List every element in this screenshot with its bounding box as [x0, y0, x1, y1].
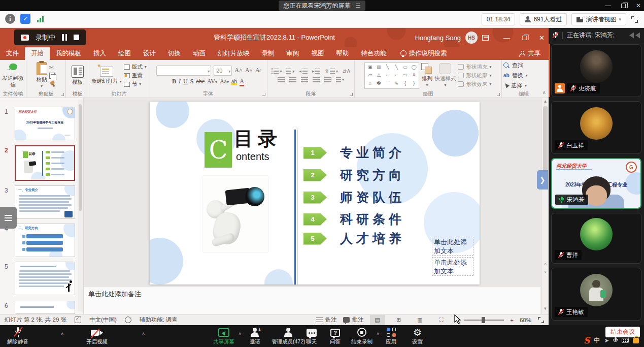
ribbon-display-options-icon[interactable]	[482, 35, 489, 41]
record-options-chevron[interactable]: ˄	[377, 331, 379, 336]
unmute-button[interactable]: 解除静音	[7, 327, 28, 345]
meeting-info-icon[interactable]: i	[5, 14, 15, 24]
bold-button[interactable]: B	[172, 78, 176, 85]
layout-switch-icon[interactable]	[629, 33, 640, 39]
slide-thumbnail-1[interactable]: 河北经贸大学 2023年管理科学与工程专业	[15, 107, 75, 140]
arrange-button[interactable]: 排列▾	[421, 61, 432, 90]
increase-indent-button[interactable]: ▸	[312, 69, 321, 74]
font-dialog-launcher[interactable]	[262, 93, 265, 96]
slide-thumbnail-2-selected[interactable]: 目录	[15, 145, 75, 181]
format-painter-button[interactable]	[49, 81, 56, 87]
notes-pane[interactable]: 单击此处添加备注	[84, 286, 540, 314]
paragraph-dialog-launcher[interactable]	[350, 93, 353, 96]
align-text-button[interactable]: ▾	[336, 77, 344, 82]
tab-animations[interactable]: 动画	[187, 47, 212, 60]
thumbnail-scrollbar[interactable]	[78, 100, 83, 311]
zoom-slider[interactable]	[464, 320, 504, 321]
toc-item[interactable]: 4 科研条件	[303, 211, 405, 228]
line-spacing-button[interactable]: ⇅▾	[325, 69, 338, 74]
ppt-close-button[interactable]: ✕	[539, 34, 545, 42]
account-area[interactable]: Hongfang Song HS	[415, 28, 489, 47]
account-avatar[interactable]: HS	[465, 31, 478, 44]
notes-toggle[interactable]: 备注	[316, 316, 337, 324]
collapse-ribbon-button[interactable]: ˄	[543, 90, 546, 96]
vertical-scrollbar[interactable]: ▲ ˄ ˅ ▼	[541, 98, 549, 314]
next-slide-button[interactable]: ˅	[541, 270, 549, 274]
participant-tile-shijihang[interactable]: 史济航	[551, 44, 641, 97]
slide-thumbnail-6[interactable]	[15, 301, 75, 314]
keyboard-icon[interactable]	[622, 338, 629, 343]
spellcheck-icon[interactable]	[75, 317, 81, 323]
text-direction-button[interactable]: ⇵A	[343, 69, 350, 74]
select-button[interactable]: 选择▾	[503, 82, 527, 89]
zoom-slider-thumb[interactable]	[482, 317, 485, 323]
decrease-indent-button[interactable]: ◂	[299, 69, 308, 74]
shape-gallery[interactable]: ▣▥╲╲▭◯ ▱△⌐⌐⇨⇩ ⌂�⌒∿{}	[364, 62, 419, 89]
ime-language-mode[interactable]: 中	[594, 336, 600, 345]
slide-thumbnail-5[interactable]	[15, 262, 75, 295]
zoom-level[interactable]: 60%	[520, 317, 531, 323]
sidebar-collapse-handle[interactable]: ❯	[537, 170, 548, 190]
stop-recording-button[interactable]	[74, 35, 79, 40]
layout-button[interactable]: 版式▾	[124, 64, 147, 71]
slide-subtitle[interactable]: ontents	[236, 151, 269, 163]
manage-members-button[interactable]: 管理成员(472)	[272, 327, 306, 345]
underline-button[interactable]: U	[183, 78, 188, 85]
participant-tile-songhongfang[interactable]: 河北经贸大学 G 2023年管理科学与工程专业 宋鸿芳	[551, 158, 641, 209]
shadow-button[interactable]: S	[190, 78, 194, 85]
align-left-button[interactable]	[278, 77, 285, 82]
participant-tile-caoyang[interactable]: 曹洋	[551, 213, 641, 264]
window-close-button[interactable]: ✕	[636, 2, 641, 9]
participant-tile-wangyanmin[interactable]: 王艳敏	[551, 268, 641, 321]
align-center-button[interactable]	[289, 77, 296, 82]
justify-button[interactable]	[313, 77, 320, 82]
slide-sorter-view-button[interactable]: ⊞	[391, 315, 406, 325]
tab-slideshow[interactable]: 幻灯片放映	[212, 47, 256, 60]
tab-transitions[interactable]: 切换	[162, 47, 187, 60]
qa-button[interactable]: ? 问答	[330, 327, 341, 345]
shape-fill-button[interactable]: 形状填充▾	[458, 64, 491, 71]
share-button[interactable]: 共享	[511, 47, 549, 60]
mute-options-chevron[interactable]: ˄	[61, 331, 63, 336]
tab-design[interactable]: 设计	[137, 47, 162, 60]
share-options-chevron[interactable]: ˄	[239, 331, 241, 336]
toc-item[interactable]: 3 师资队伍	[303, 189, 405, 206]
toolbox-icon[interactable]	[633, 338, 639, 343]
font-name-input[interactable]: ▾	[156, 66, 211, 76]
clear-format-button[interactable]: A̷	[255, 67, 260, 74]
slide-editing-surface[interactable]: C 目录 ontents 1 专业简介 2 研究方向	[150, 102, 480, 285]
ppt-minimize-button[interactable]: —	[503, 34, 510, 42]
accessibility-status[interactable]: 辅助功能: 调查	[140, 316, 178, 324]
ime-mic-icon[interactable]	[613, 337, 618, 343]
slide-title[interactable]: 目录	[234, 126, 282, 152]
toc-item[interactable]: 1 专业简介	[303, 144, 405, 161]
tab-draw[interactable]: 绘图	[112, 47, 137, 60]
copy-button[interactable]	[49, 73, 56, 79]
comments-toggle[interactable]: 批注	[343, 316, 364, 324]
banner-menu-icon[interactable]: ☰	[356, 3, 361, 9]
invite-button[interactable]: + 邀请	[250, 327, 260, 345]
fit-slide-button[interactable]	[538, 317, 544, 323]
find-button[interactable]: 查找	[503, 61, 523, 69]
security-shield-icon[interactable]: ✓	[20, 14, 30, 24]
camera-person-image[interactable]	[202, 176, 268, 252]
highlight-button[interactable]: ab	[231, 78, 237, 85]
scrollbar-thumb[interactable]	[543, 106, 548, 172]
shrink-font-button[interactable]: A˅	[245, 67, 253, 74]
meeting-panel-toggle[interactable]	[0, 207, 17, 229]
change-case-button[interactable]: Aa▾	[220, 78, 229, 85]
toc-item[interactable]: 2 研究方向	[303, 167, 405, 183]
strikethrough-button[interactable]: abc	[196, 78, 205, 85]
slideshow-view-button[interactable]: ⛶	[434, 315, 449, 325]
tab-help[interactable]: 帮助	[330, 47, 355, 60]
tab-insert[interactable]: 插入	[87, 47, 112, 60]
text-placeholder-1[interactable]: 单击此处添加文本	[432, 237, 473, 256]
view-mode-dropdown[interactable]: 演讲者视图 ▾	[571, 13, 626, 25]
participant-tile-baiyuxiang[interactable]: 白玉祥	[551, 101, 641, 154]
font-color-button[interactable]: A	[240, 78, 244, 85]
ime-arrow-icon[interactable]: ➤	[604, 337, 609, 344]
replace-button[interactable]: ab替换▾	[503, 72, 528, 79]
tab-home[interactable]: 开始	[25, 47, 50, 60]
quick-styles-button[interactable]: 快速样式▾	[434, 61, 456, 90]
tab-file[interactable]: 文件	[0, 47, 25, 60]
